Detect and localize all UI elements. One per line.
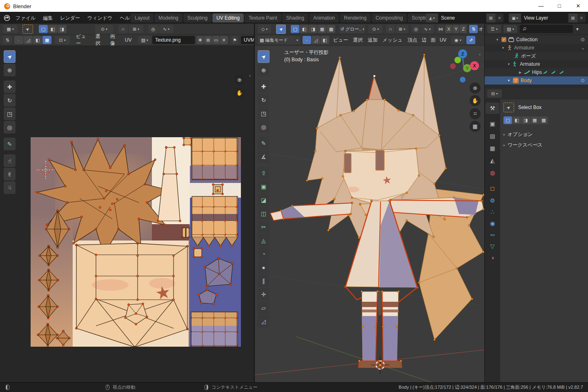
v3d-tool-edge-slide[interactable]: ∥ [258, 274, 270, 287]
transform-orientation-button[interactable]: ↺グロー..▾ [339, 25, 365, 33]
v3d-menu-mesh[interactable]: メッシュ [380, 37, 405, 44]
tab-physics[interactable]: ◉ [486, 218, 499, 229]
new-image-button[interactable]: ⊞ [204, 36, 212, 44]
v3d-menu-vertex[interactable]: 頂点 [405, 37, 420, 44]
v3d-tool-spin[interactable]: ◔ [258, 247, 270, 260]
unlink-scene-button[interactable]: ✕ [495, 13, 503, 22]
v3d-editor-type-button[interactable]: ◇▾ [258, 25, 271, 33]
filter-funnel-icon[interactable]: ▼ [575, 27, 579, 31]
v3d-tool-scale[interactable]: ◳ [258, 107, 270, 120]
new-view-layer-button[interactable]: ⊞ [568, 13, 577, 22]
v3d-menu-uv[interactable]: UV [438, 37, 449, 43]
uv-select-mode-extend[interactable]: ◧ [48, 25, 57, 33]
mode-selector[interactable]: ▩編集モード▾ [258, 36, 300, 44]
uv-image-browse-button[interactable]: ▨▾ [138, 36, 151, 44]
v3d-snap-target-button[interactable]: ⊞▾ [396, 25, 408, 33]
outliner-display-mode-button[interactable]: ☰▾ [487, 25, 501, 33]
v3d-tool-cursor[interactable]: ⊕ [258, 64, 270, 76]
uv-snap-toggle[interactable]: ∩ [118, 25, 128, 33]
uv-tool-scale[interactable]: ◳ [4, 107, 16, 120]
tab-particles[interactable]: ∴ [486, 206, 499, 218]
menu-window[interactable]: ウィンドウ [84, 13, 116, 22]
tab-object[interactable]: ◻ [486, 183, 499, 194]
v3d-camera-view-icon[interactable]: ⌑ [470, 108, 481, 119]
mirror-x-button[interactable]: X [445, 25, 452, 33]
v3d-tool-transform[interactable]: ◎ [258, 120, 270, 133]
tab-modeling[interactable]: Modeling [154, 13, 183, 22]
mode-extend[interactable]: ◧ [512, 116, 521, 124]
edge-select-mode[interactable]: ◿ [312, 36, 320, 44]
face-select-mode[interactable]: ◧ [321, 36, 329, 44]
uv-select-vertex[interactable]: ∙ [14, 36, 23, 44]
scene-icon[interactable]: ◭▾ [426, 13, 438, 22]
xray-toggle[interactable]: ⇗ [466, 36, 475, 44]
unlink-image-button[interactable]: ✕ [220, 36, 227, 44]
v3d-select-mode-3[interactable]: ◨ [309, 25, 317, 33]
scene-name[interactable]: Scene [438, 13, 486, 22]
uv-sidebar-collapse-icon[interactable]: ‹ [249, 73, 251, 78]
uv-tool-select-box[interactable]: ➤ [4, 50, 16, 63]
tab-layout[interactable]: Layout [131, 13, 154, 22]
outliner-row-hips[interactable]: ▶ Hips [485, 68, 588, 76]
remove-view-layer-button[interactable]: ✕ [577, 13, 586, 22]
uv-falloff-button[interactable]: ∿▾ [159, 25, 174, 33]
uv-canvas[interactable]: ➤ ⊕ ✚ ↻ ◳ ◎ ✎ ☝ ✌ ☟ ⊕ ✋ ‹ [0, 46, 254, 382]
tab-uv-editing[interactable]: UV Editing [212, 13, 244, 22]
uv-sync-selection-toggle[interactable]: ⇅ [3, 36, 12, 44]
uv-pivot-button[interactable]: ⊙▾ [95, 25, 113, 33]
uv-menu-image[interactable]: 画像 [107, 33, 122, 47]
tab-scene[interactable]: ◭ [486, 155, 499, 166]
outliner-row-armature-data[interactable]: ▼ Armature [485, 60, 588, 68]
mode-invert[interactable]: ▦ [530, 116, 539, 124]
uv-texture-image[interactable]: ★ [31, 137, 241, 347]
v3d-tool-rip-region[interactable]: ◿ [258, 315, 270, 327]
view-layer-name[interactable]: View Layer [521, 13, 568, 22]
uv-tool-annotate[interactable]: ✎ [4, 138, 16, 150]
bone-icon[interactable] [542, 70, 548, 74]
close-button[interactable]: ✕ [569, 0, 587, 12]
panel-options[interactable]: ▸ オプション ⠿ [503, 131, 532, 138]
uv-select-mode-box[interactable]: ▢ [39, 25, 48, 33]
uv-sticky-mode-button[interactable]: ⊡▾ [55, 36, 70, 44]
v3d-menu-add[interactable]: 追加 [365, 37, 380, 44]
open-image-button[interactable]: ▭ [212, 36, 220, 44]
eye-icon[interactable]: ⊙ [581, 37, 585, 42]
active-tool-icon[interactable]: ➤ [503, 102, 514, 112]
v3d-tool-rotate[interactable]: ↻ [258, 94, 270, 106]
uv-select-face[interactable]: ◧ [33, 36, 42, 44]
tab-texture-paint[interactable]: Texture Paint [245, 13, 281, 22]
tab-material[interactable]: ◑ [486, 252, 499, 263]
tab-modifiers[interactable]: ⚙ [486, 195, 499, 206]
v3d-select-mode-4[interactable]: ▦ [318, 25, 326, 33]
uv-zoom-icon[interactable]: ⊕ [234, 74, 245, 85]
tab-animation[interactable]: Animation [309, 13, 339, 22]
fake-user-toggle[interactable]: ❖ [196, 36, 204, 44]
grip-icon[interactable]: ⠿ [535, 143, 538, 147]
mode-new[interactable]: ▢ [503, 116, 512, 124]
chevron-down-icon[interactable]: ⌄ [581, 46, 585, 50]
mirror-y-button[interactable]: Y [452, 25, 459, 33]
outliner-search-input[interactable]: ⚲ [520, 25, 573, 33]
v3d-menu-select[interactable]: 選択 [351, 37, 365, 44]
v3d-tool-move[interactable]: ✚ [258, 80, 270, 93]
uv-editor-type-button[interactable]: ▦▾ [3, 25, 18, 33]
bone-icon[interactable] [559, 70, 564, 74]
uv-select-mode-subtract[interactable]: ◨ [58, 25, 67, 33]
view-layer-icon[interactable]: ▣▾ [509, 13, 521, 22]
v3d-tool-extrude[interactable]: ⇧ [258, 167, 270, 179]
v3d-tool-select-box[interactable]: ➤ [258, 50, 270, 63]
uv-select-edge[interactable]: ◿ [24, 36, 33, 44]
outliner-filter-image-button[interactable]: ▨▾ [503, 25, 517, 33]
tab-rendering[interactable]: Rendering [340, 13, 370, 22]
v3d-tool-loop-cut[interactable]: ◫ [258, 207, 270, 220]
v3d-menu-edge[interactable]: 辺 [420, 37, 429, 44]
uv-select-island[interactable]: ▦ [42, 36, 51, 44]
uv-tool-move[interactable]: ✚ [4, 80, 16, 93]
uv-tool-rotate[interactable]: ↻ [4, 94, 16, 107]
tab-constraints[interactable]: ∾ [486, 229, 499, 241]
tab-world[interactable]: ◍ [486, 167, 499, 178]
uv-tool-transform[interactable]: ◎ [4, 121, 16, 134]
grip-icon[interactable]: ⠿ [526, 132, 528, 137]
maximize-button[interactable]: □ [550, 0, 568, 12]
v3d-pan-icon[interactable]: ✋ [470, 95, 481, 106]
